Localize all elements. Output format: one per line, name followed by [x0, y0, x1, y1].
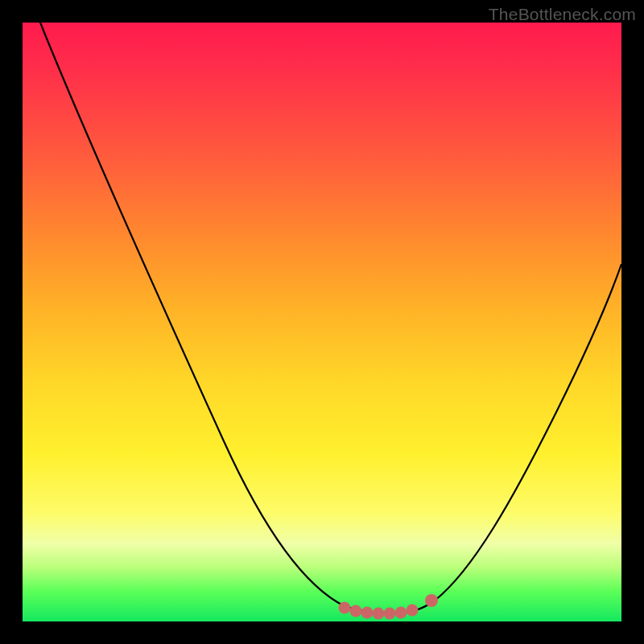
svg-point-4	[384, 608, 396, 620]
chart-frame: TheBottleneck.com	[0, 0, 644, 644]
svg-point-1	[350, 605, 362, 617]
bottleneck-curve	[23, 23, 621, 621]
curve-path	[40, 23, 621, 613]
svg-point-2	[361, 607, 374, 619]
watermark-text: TheBottleneck.com	[489, 5, 636, 24]
plot-area	[23, 23, 621, 621]
svg-point-6	[407, 605, 419, 617]
svg-point-3	[373, 608, 385, 620]
svg-point-7	[425, 594, 438, 607]
svg-point-0	[339, 602, 351, 614]
svg-point-5	[395, 607, 407, 619]
